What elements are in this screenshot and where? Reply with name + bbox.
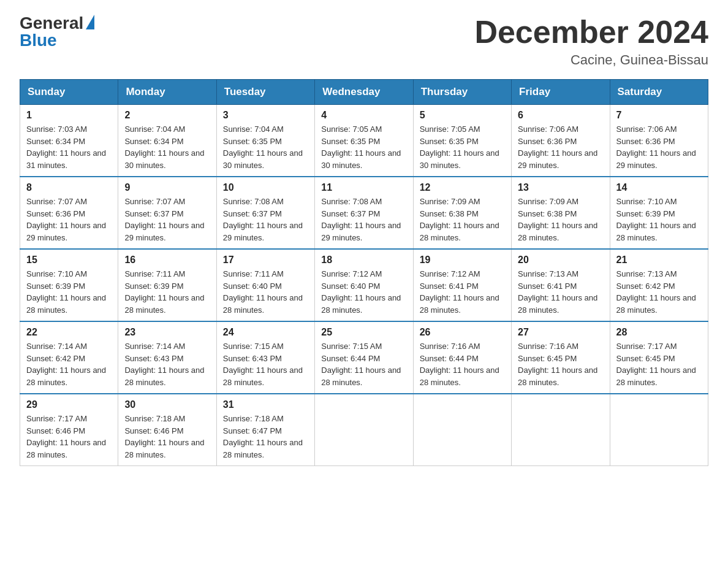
day-number: 7 <box>616 110 702 121</box>
table-row: 31 Sunrise: 7:18 AM Sunset: 6:47 PM Dayl… <box>216 394 314 466</box>
table-row <box>512 394 610 466</box>
day-info: Sunrise: 7:09 AM Sunset: 6:38 PM Dayligh… <box>518 196 603 243</box>
table-row: 30 Sunrise: 7:18 AM Sunset: 6:46 PM Dayl… <box>118 394 216 466</box>
table-row: 3 Sunrise: 7:04 AM Sunset: 6:35 PM Dayli… <box>216 105 314 177</box>
table-row: 27 Sunrise: 7:16 AM Sunset: 6:45 PM Dayl… <box>512 321 610 394</box>
table-row: 17 Sunrise: 7:11 AM Sunset: 6:40 PM Dayl… <box>216 249 314 321</box>
table-row <box>610 394 708 466</box>
day-number: 27 <box>518 327 603 338</box>
table-row: 13 Sunrise: 7:09 AM Sunset: 6:38 PM Dayl… <box>512 177 610 249</box>
day-info: Sunrise: 7:15 AM Sunset: 6:43 PM Dayligh… <box>223 340 308 388</box>
calendar-header: Sunday Monday Tuesday Wednesday Thursday… <box>20 80 708 105</box>
day-info: Sunrise: 7:11 AM Sunset: 6:40 PM Dayligh… <box>223 268 308 316</box>
table-row: 11 Sunrise: 7:08 AM Sunset: 6:37 PM Dayl… <box>315 177 413 249</box>
day-info: Sunrise: 7:17 AM Sunset: 6:45 PM Dayligh… <box>616 340 702 388</box>
table-row: 29 Sunrise: 7:17 AM Sunset: 6:46 PM Dayl… <box>20 394 118 466</box>
day-info: Sunrise: 7:08 AM Sunset: 6:37 PM Dayligh… <box>321 196 406 243</box>
day-info: Sunrise: 7:08 AM Sunset: 6:37 PM Dayligh… <box>223 196 308 243</box>
table-row: 6 Sunrise: 7:06 AM Sunset: 6:36 PM Dayli… <box>512 105 610 177</box>
day-number: 15 <box>26 255 112 266</box>
table-row: 25 Sunrise: 7:15 AM Sunset: 6:44 PM Dayl… <box>315 321 413 394</box>
day-info: Sunrise: 7:07 AM Sunset: 6:37 PM Dayligh… <box>124 196 210 243</box>
logo-general-text: General <box>20 15 83 32</box>
day-info: Sunrise: 7:07 AM Sunset: 6:36 PM Dayligh… <box>26 196 112 243</box>
col-tuesday: Tuesday <box>216 80 314 105</box>
day-number: 14 <box>616 182 702 193</box>
day-number: 12 <box>420 182 505 193</box>
table-row: 1 Sunrise: 7:03 AM Sunset: 6:34 PM Dayli… <box>20 105 118 177</box>
col-monday: Monday <box>118 80 216 105</box>
day-number: 26 <box>420 327 505 338</box>
calendar-table: Sunday Monday Tuesday Wednesday Thursday… <box>20 79 708 466</box>
day-info: Sunrise: 7:13 AM Sunset: 6:41 PM Dayligh… <box>518 268 603 316</box>
day-info: Sunrise: 7:12 AM Sunset: 6:41 PM Dayligh… <box>420 268 505 316</box>
logo-blue-text: Blue <box>20 32 57 49</box>
day-number: 3 <box>223 110 308 121</box>
day-info: Sunrise: 7:10 AM Sunset: 6:39 PM Dayligh… <box>26 268 112 316</box>
day-info: Sunrise: 7:11 AM Sunset: 6:39 PM Dayligh… <box>124 268 210 316</box>
table-row: 7 Sunrise: 7:06 AM Sunset: 6:36 PM Dayli… <box>610 105 708 177</box>
table-row: 5 Sunrise: 7:05 AM Sunset: 6:35 PM Dayli… <box>413 105 511 177</box>
day-number: 20 <box>518 255 603 266</box>
day-number: 31 <box>223 399 308 410</box>
day-info: Sunrise: 7:18 AM Sunset: 6:46 PM Dayligh… <box>124 413 210 461</box>
logo: General Blue <box>20 15 94 49</box>
day-info: Sunrise: 7:12 AM Sunset: 6:40 PM Dayligh… <box>321 268 406 316</box>
page-header: General Blue December 2024 Cacine, Guine… <box>20 15 708 68</box>
table-row: 23 Sunrise: 7:14 AM Sunset: 6:43 PM Dayl… <box>118 321 216 394</box>
day-info: Sunrise: 7:05 AM Sunset: 6:35 PM Dayligh… <box>420 123 505 171</box>
table-row: 28 Sunrise: 7:17 AM Sunset: 6:45 PM Dayl… <box>610 321 708 394</box>
day-info: Sunrise: 7:09 AM Sunset: 6:38 PM Dayligh… <box>420 196 505 243</box>
col-saturday: Saturday <box>610 80 708 105</box>
col-wednesday: Wednesday <box>315 80 413 105</box>
table-row: 8 Sunrise: 7:07 AM Sunset: 6:36 PM Dayli… <box>20 177 118 249</box>
table-row: 16 Sunrise: 7:11 AM Sunset: 6:39 PM Dayl… <box>118 249 216 321</box>
col-friday: Friday <box>512 80 610 105</box>
table-row: 19 Sunrise: 7:12 AM Sunset: 6:41 PM Dayl… <box>413 249 511 321</box>
table-row: 18 Sunrise: 7:12 AM Sunset: 6:40 PM Dayl… <box>315 249 413 321</box>
day-number: 2 <box>124 110 210 121</box>
col-thursday: Thursday <box>413 80 511 105</box>
day-info: Sunrise: 7:16 AM Sunset: 6:44 PM Dayligh… <box>420 340 505 388</box>
day-info: Sunrise: 7:06 AM Sunset: 6:36 PM Dayligh… <box>518 123 603 171</box>
table-row: 21 Sunrise: 7:13 AM Sunset: 6:42 PM Dayl… <box>610 249 708 321</box>
day-number: 22 <box>26 327 112 338</box>
subtitle: Cacine, Guinea-Bissau <box>474 52 708 68</box>
table-row: 2 Sunrise: 7:04 AM Sunset: 6:34 PM Dayli… <box>118 105 216 177</box>
day-number: 19 <box>420 255 505 266</box>
day-number: 5 <box>420 110 505 121</box>
day-number: 24 <box>223 327 308 338</box>
table-row: 20 Sunrise: 7:13 AM Sunset: 6:41 PM Dayl… <box>512 249 610 321</box>
day-info: Sunrise: 7:05 AM Sunset: 6:35 PM Dayligh… <box>321 123 406 171</box>
day-info: Sunrise: 7:10 AM Sunset: 6:39 PM Dayligh… <box>616 196 702 243</box>
day-number: 11 <box>321 182 406 193</box>
day-info: Sunrise: 7:13 AM Sunset: 6:42 PM Dayligh… <box>616 268 702 316</box>
day-info: Sunrise: 7:18 AM Sunset: 6:47 PM Dayligh… <box>223 413 308 461</box>
day-number: 21 <box>616 255 702 266</box>
table-row: 24 Sunrise: 7:15 AM Sunset: 6:43 PM Dayl… <box>216 321 314 394</box>
day-number: 8 <box>26 182 112 193</box>
table-row: 10 Sunrise: 7:08 AM Sunset: 6:37 PM Dayl… <box>216 177 314 249</box>
table-row: 14 Sunrise: 7:10 AM Sunset: 6:39 PM Dayl… <box>610 177 708 249</box>
day-number: 23 <box>124 327 210 338</box>
table-row: 15 Sunrise: 7:10 AM Sunset: 6:39 PM Dayl… <box>20 249 118 321</box>
day-info: Sunrise: 7:16 AM Sunset: 6:45 PM Dayligh… <box>518 340 603 388</box>
main-title: December 2024 <box>474 15 708 50</box>
day-info: Sunrise: 7:03 AM Sunset: 6:34 PM Dayligh… <box>26 123 112 171</box>
day-info: Sunrise: 7:14 AM Sunset: 6:43 PM Dayligh… <box>124 340 210 388</box>
day-info: Sunrise: 7:06 AM Sunset: 6:36 PM Dayligh… <box>616 123 702 171</box>
day-number: 16 <box>124 255 210 266</box>
table-row: 12 Sunrise: 7:09 AM Sunset: 6:38 PM Dayl… <box>413 177 511 249</box>
day-number: 18 <box>321 255 406 266</box>
day-info: Sunrise: 7:15 AM Sunset: 6:44 PM Dayligh… <box>321 340 406 388</box>
day-number: 29 <box>26 399 112 410</box>
day-info: Sunrise: 7:14 AM Sunset: 6:42 PM Dayligh… <box>26 340 112 388</box>
day-number: 4 <box>321 110 406 121</box>
table-row: 22 Sunrise: 7:14 AM Sunset: 6:42 PM Dayl… <box>20 321 118 394</box>
calendar-body: 1 Sunrise: 7:03 AM Sunset: 6:34 PM Dayli… <box>20 105 708 466</box>
day-number: 25 <box>321 327 406 338</box>
day-number: 13 <box>518 182 603 193</box>
table-row <box>315 394 413 466</box>
table-row: 4 Sunrise: 7:05 AM Sunset: 6:35 PM Dayli… <box>315 105 413 177</box>
day-number: 30 <box>124 399 210 410</box>
